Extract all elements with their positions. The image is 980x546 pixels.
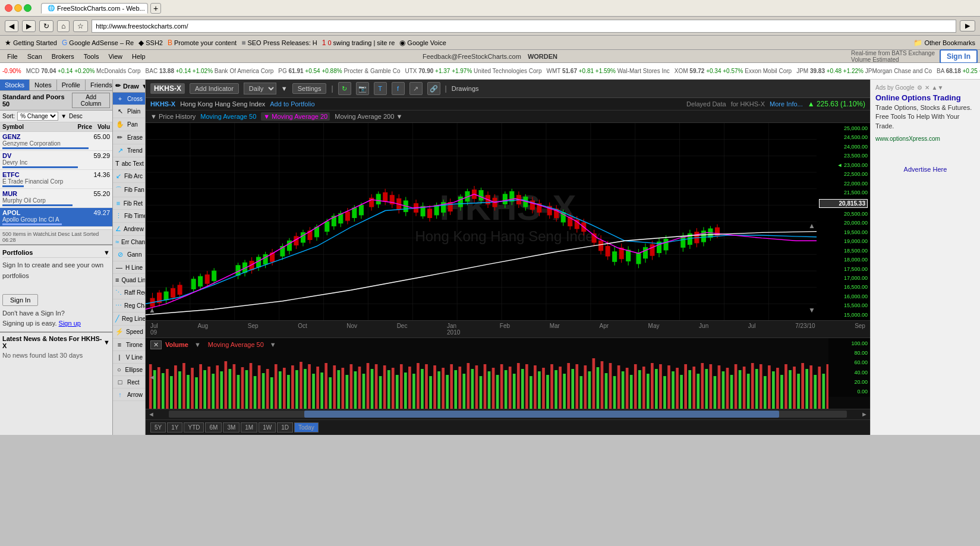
address-bar[interactable] [92, 20, 956, 33]
draw-tool-fib-fan[interactable]: ⌒ Fib Fan [113, 183, 145, 197]
draw-tool-trend[interactable]: ↗ Trend [113, 144, 145, 157]
ma200-indicator[interactable]: Moving Average 200 ▼ [335, 113, 402, 120]
tab-stocks[interactable]: Stocks [0, 80, 30, 90]
add-portfolio-link[interactable]: Add to Portfolio [270, 100, 314, 108]
bookmark-seo[interactable]: ■ SEO Press Releases: H [241, 39, 317, 47]
timeline-1d[interactable]: 1D [277, 422, 293, 433]
timeline-1m[interactable]: 1M [241, 422, 257, 433]
ma50-indicator[interactable]: Moving Average 50 [200, 113, 256, 120]
period-select[interactable]: Daily [244, 83, 276, 94]
y-scroll-up[interactable]: ▲ [808, 222, 815, 230]
draw-tool-arrow[interactable]: ↑ Arrow [113, 389, 145, 401]
draw-tool-v-line[interactable]: | V Line [113, 351, 145, 364]
draw-tool-err-chan[interactable]: ≈ Err Chan [113, 236, 145, 248]
menu-scan[interactable]: Scan [23, 52, 47, 61]
timeline-1w[interactable]: 1W [259, 422, 276, 433]
new-tab-button[interactable]: + [150, 3, 161, 14]
vol-y-arrow[interactable]: ◄ [149, 373, 156, 381]
draw-tool-speed[interactable]: ⚡ Speed [113, 326, 145, 339]
scroll-track[interactable] [169, 411, 847, 418]
menu-tools[interactable]: Tools [79, 52, 104, 61]
draw-tool-raff-reg[interactable]: ⋱ Raff Reg [113, 286, 145, 299]
y-scroll-down[interactable]: ▼ [808, 306, 815, 314]
menu-view[interactable]: View [103, 52, 127, 61]
draw-tool-fib-arc[interactable]: ↙ Fib Arc [113, 170, 145, 183]
timeline-today[interactable]: Today [294, 422, 319, 433]
bookmark-ssh2[interactable]: ◆ SSH2 [138, 39, 163, 47]
timeline-3m[interactable]: 3M [223, 422, 240, 433]
bookmark-swing[interactable]: 10 swing trading | site re [322, 39, 395, 47]
draw-tool-gann[interactable]: ⊘ Gann [113, 248, 145, 261]
draw-tool-plain[interactable]: ↖ Plain [113, 105, 145, 118]
scroll-right-arrow[interactable]: ► [859, 411, 870, 418]
ad-settings-icon[interactable]: ⚙ [917, 84, 922, 91]
close-btn[interactable] [5, 4, 12, 12]
portfolios-signin-button[interactable]: Sign In [2, 294, 38, 306]
facebook-icon-btn[interactable]: f [392, 82, 405, 95]
draw-tool-pan[interactable]: ✋ Pan [113, 118, 145, 131]
menu-brokers[interactable]: Brokers [47, 52, 79, 61]
maximize-btn[interactable] [24, 4, 31, 12]
go-button[interactable]: ▶ [960, 20, 975, 31]
volume-close-button[interactable]: ✕ [150, 340, 162, 349]
link-icon-btn[interactable]: 🔗 [427, 82, 440, 95]
volume-ma-dropdown[interactable]: ▼ [270, 341, 276, 348]
draw-tool-quad-line[interactable]: ≡ Quad Line [113, 274, 145, 286]
volume-dropdown[interactable]: ▼ [194, 341, 201, 348]
bookmark-gvoice[interactable]: ◉ Google Voice [399, 39, 446, 47]
menu-help[interactable]: Help [127, 52, 150, 61]
timeline-ytd[interactable]: YTD [184, 422, 204, 433]
tab-profile[interactable]: Profile [57, 80, 86, 90]
draw-tool-fib-ret[interactable]: ≡ Fib Ret [113, 197, 145, 210]
news-expand-icon[interactable]: ▼ [103, 339, 110, 346]
draw-tool-fib-time[interactable]: ⋮ Fib Time [113, 210, 145, 223]
active-tab[interactable]: 🌐 FreeStockCharts.com - Web... ✕ [41, 3, 148, 14]
minimize-btn[interactable] [14, 4, 22, 12]
add-indicator-button[interactable]: Add Indicator [190, 83, 239, 94]
advertise-here-link[interactable]: Advertise Here [875, 166, 975, 173]
ma20-indicator[interactable]: ▼ Moving Average 20 [261, 112, 330, 121]
stock-item-apol[interactable]: APOL 49.27 Apollo Group Inc Cl A [0, 208, 112, 227]
bookmark-button[interactable]: ☆ [73, 20, 88, 32]
snapshot-icon-btn[interactable]: 📷 [356, 82, 369, 95]
timeline-1y[interactable]: 1Y [167, 422, 182, 433]
timeline-5y[interactable]: 5Y [150, 422, 166, 433]
back-button[interactable]: ◀ [5, 20, 18, 32]
draw-tool-h-line[interactable]: — H Line [113, 261, 145, 274]
bookmark-google-adsense[interactable]: G Google AdSense – Re [62, 39, 134, 47]
tab-close-icon[interactable]: ✕ [147, 5, 148, 11]
sort-type-select[interactable]: % Change [17, 112, 58, 121]
menu-file[interactable]: File [2, 52, 23, 61]
draw-tool-cross[interactable]: + Cross [113, 93, 145, 105]
draw-tool-reg-chan[interactable]: ⋯ Reg Chan [113, 299, 145, 313]
twitter-icon-btn[interactable]: T [374, 82, 387, 95]
draw-expand-icon[interactable]: ▼ [141, 83, 146, 90]
signin-button-menu[interactable]: Sign In [940, 49, 978, 64]
draw-tool-ellipse[interactable]: ○ Ellipse [113, 364, 145, 376]
settings-button[interactable]: Settings [292, 83, 327, 94]
forward-button[interactable]: ▶ [22, 20, 36, 32]
price-history-indicator[interactable]: ▼ Price History [150, 113, 196, 120]
share-icon-btn[interactable]: ↗ [409, 82, 423, 95]
signup-link[interactable]: Sign up [59, 320, 81, 327]
stock-item-etfc[interactable]: ETFC 14.36 E Trade Financial Corp [0, 170, 112, 189]
bookmark-getting-started[interactable]: ★ Getting Started [5, 39, 57, 47]
scroll-area[interactable]: ◄ ► [146, 409, 870, 419]
stock-item-dv[interactable]: DV 59.29 Devry Inc [0, 151, 112, 170]
draw-tool-reg-line[interactable]: ╱ Reg Line [113, 313, 145, 326]
scroll-thumb[interactable] [304, 411, 779, 418]
x-scroll-right[interactable]: ▲ [149, 306, 156, 314]
home-button[interactable]: ⌂ [57, 20, 70, 32]
draw-tool-text[interactable]: T abc Text [113, 157, 145, 170]
scroll-left-arrow[interactable]: ◄ [146, 411, 157, 418]
more-info-link[interactable]: More Info... [770, 100, 803, 108]
bookmark-promote[interactable]: B Promote your content [168, 39, 237, 47]
tab-notes[interactable]: Notes [30, 80, 57, 90]
refresh-icon-btn[interactable]: ↻ [338, 82, 351, 95]
portfolios-expand-icon[interactable]: ▼ [103, 249, 110, 256]
draw-tool-andrew[interactable]: ∠ Andrew [113, 223, 145, 236]
ad-title[interactable]: Online Options Trading [875, 93, 975, 102]
stock-item-mur[interactable]: MUR 55.20 Murphy Oil Corp [0, 189, 112, 208]
ad-close-icon[interactable]: ✕ [925, 84, 929, 91]
ad-expand-icon[interactable]: ▲▼ [932, 84, 944, 91]
